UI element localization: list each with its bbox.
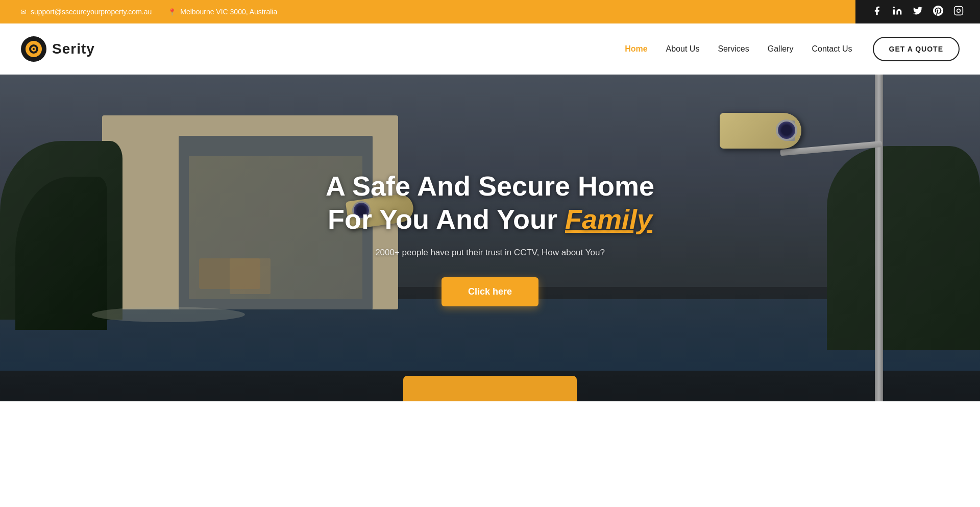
hero-title-line2-plain: For You And Your (328, 204, 557, 234)
top-bar-left: ✉ support@ssecureyourproperty.com.au 📍 M… (0, 8, 855, 16)
nav-item-about[interactable]: About Us (666, 44, 700, 54)
nav-item-contact[interactable]: Contact Us (812, 44, 852, 54)
get-quote-button[interactable]: GET A QUOTE (873, 37, 960, 61)
hero-content: A Safe And Secure Home For You And Your … (315, 170, 665, 307)
twitter-icon[interactable] (913, 6, 923, 18)
hero-title-line1: A Safe And Secure Home (326, 171, 654, 201)
top-bar: ✉ support@ssecureyourproperty.com.au 📍 M… (0, 0, 980, 23)
hero-section: A Safe And Secure Home For You And Your … (0, 75, 980, 401)
hero-title-highlight: Family (565, 204, 652, 234)
email-item: ✉ support@ssecureyourproperty.com.au (20, 8, 152, 16)
nav-links: Home About Us Services Gallery Contact U… (625, 44, 852, 54)
social-bar (855, 0, 980, 23)
linkedin-icon[interactable] (892, 6, 902, 18)
location-icon: 📍 (168, 8, 176, 16)
nav-link-contact[interactable]: Contact Us (812, 44, 852, 53)
nav-link-gallery[interactable]: Gallery (768, 44, 794, 53)
nav-link-services[interactable]: Services (718, 44, 749, 53)
location-item: 📍 Melbourne VIC 3000, Australia (168, 8, 277, 16)
instagram-icon[interactable] (953, 6, 964, 18)
logo-text: Serity (52, 41, 95, 57)
hero-title: A Safe And Secure Home For You And Your … (326, 170, 654, 236)
logo-icon (20, 36, 47, 62)
nav-link-about[interactable]: About Us (666, 44, 700, 53)
email-text: support@ssecureyourproperty.com.au (31, 8, 152, 16)
logo[interactable]: Serity (20, 36, 95, 62)
hero-subtitle: 2000+ people have put their trust in CCT… (326, 248, 654, 258)
facebook-icon[interactable] (872, 6, 882, 18)
nav-link-home[interactable]: Home (625, 44, 647, 53)
email-icon: ✉ (20, 8, 27, 16)
svg-rect-0 (893, 10, 895, 15)
nav-item-gallery[interactable]: Gallery (768, 44, 794, 54)
nav-item-home[interactable]: Home (625, 44, 647, 54)
location-text: Melbourne VIC 3000, Australia (180, 8, 277, 16)
svg-point-1 (893, 7, 895, 8)
svg-rect-2 (954, 7, 963, 15)
pinterest-icon[interactable] (933, 6, 943, 18)
camera-pole (875, 75, 883, 401)
svg-point-8 (33, 48, 35, 50)
bottom-bar-hint (403, 376, 577, 401)
nav-item-services[interactable]: Services (718, 44, 749, 54)
navbar: Serity Home About Us Services Gallery Co… (0, 23, 980, 75)
main-camera-lens (776, 119, 797, 141)
hero-cta-button[interactable]: Click here (442, 277, 538, 306)
